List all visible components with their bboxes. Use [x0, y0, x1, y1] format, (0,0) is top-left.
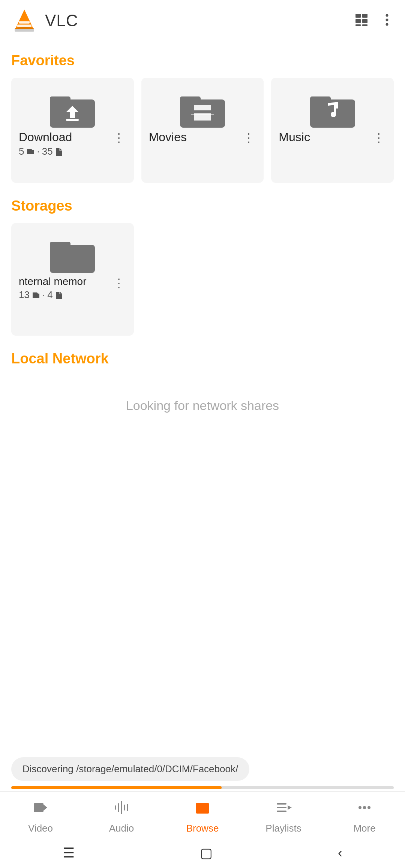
storages-section: Storages nternal memor 13 · 4: [11, 198, 394, 336]
svg-rect-5: [356, 14, 361, 18]
svg-point-37: [358, 806, 362, 809]
svg-rect-23: [191, 110, 214, 113]
download-folder-card[interactable]: Download 5 · 35 ⋮: [11, 78, 134, 183]
download-folder-meta: 5 · 35: [19, 146, 111, 157]
nav-playlists-label: Playlists: [266, 823, 301, 834]
favorites-title: Favorites: [11, 53, 394, 69]
svg-point-38: [363, 806, 366, 809]
movies-folder-card[interactable]: Movies ⋮: [141, 78, 264, 183]
nav-browse[interactable]: Browse: [162, 799, 243, 834]
svg-rect-7: [356, 19, 361, 23]
svg-rect-26: [310, 96, 331, 104]
svg-rect-17: [66, 119, 79, 121]
overflow-menu-icon[interactable]: [380, 13, 394, 28]
browse-icon: [194, 799, 211, 820]
svg-rect-15: [50, 96, 70, 104]
music-folder-card[interactable]: Music ⋮: [271, 78, 394, 183]
nav-video-label: Video: [28, 823, 53, 834]
svg-rect-33: [277, 803, 286, 805]
local-network-section: Local Network Looking for network shares: [11, 351, 394, 436]
svg-rect-8: [362, 19, 368, 23]
app-bar: VLC: [0, 0, 405, 41]
movies-folder-more-icon[interactable]: ⋮: [241, 130, 256, 145]
local-network-title: Local Network: [11, 351, 394, 367]
storage-folder-name: nternal memor: [19, 276, 111, 288]
app-title: VLC: [45, 11, 78, 30]
nav-browse-label: Browse: [186, 823, 219, 834]
progress-fill: [11, 786, 222, 789]
svg-rect-35: [277, 811, 286, 812]
music-folder-icon: [308, 89, 357, 130]
nav-video[interactable]: Video: [0, 799, 81, 834]
nav-audio[interactable]: Audio: [81, 799, 162, 834]
status-text: Discovering /storage/emulated/0/DCIM/Fac…: [11, 757, 249, 781]
favorites-grid: Download 5 · 35 ⋮: [11, 78, 394, 183]
system-nav: ☰ ▢ ‹: [0, 838, 405, 868]
vlc-logo: [11, 8, 38, 34]
download-folder-more-icon[interactable]: ⋮: [111, 130, 126, 145]
nav-more-label: More: [353, 823, 375, 834]
local-network-empty: Looking for network shares: [11, 376, 394, 436]
svg-rect-4: [15, 29, 34, 32]
svg-rect-24: [191, 114, 214, 115]
svg-rect-32: [196, 803, 202, 806]
system-home-icon[interactable]: ▢: [200, 845, 213, 861]
svg-rect-6: [362, 14, 368, 18]
storages-title: Storages: [11, 198, 394, 214]
storage-folder-meta: 13 · 4: [19, 289, 111, 301]
svg-rect-10: [362, 24, 368, 26]
storage-folder-icon: [48, 234, 97, 276]
movies-folder-icon: [178, 89, 227, 130]
svg-point-12: [386, 19, 388, 21]
music-folder-more-icon[interactable]: ⋮: [371, 130, 386, 145]
grid-view-icon[interactable]: [354, 12, 369, 29]
more-icon: [356, 799, 373, 820]
svg-marker-30: [44, 805, 47, 811]
svg-marker-36: [288, 805, 292, 810]
playlists-icon: [275, 799, 292, 820]
svg-rect-19: [180, 96, 201, 104]
audio-icon: [113, 799, 130, 820]
svg-rect-9: [356, 24, 361, 26]
svg-rect-29: [34, 803, 44, 812]
svg-point-13: [386, 23, 388, 26]
bottom-status-area: Discovering /storage/emulated/0/DCIM/Fac…: [11, 757, 394, 789]
video-icon: [32, 799, 49, 820]
nav-audio-label: Audio: [109, 823, 134, 834]
nav-playlists[interactable]: Playlists: [243, 799, 324, 834]
music-folder-name: Music: [279, 130, 371, 144]
nav-more[interactable]: More: [324, 799, 405, 834]
svg-rect-2: [17, 25, 32, 27]
favorites-section: Favorites Download 5: [11, 53, 394, 183]
movies-folder-name: Movies: [149, 130, 242, 144]
svg-point-39: [368, 806, 370, 809]
storage-more-icon[interactable]: ⋮: [111, 276, 126, 291]
svg-rect-34: [277, 807, 286, 808]
storages-grid: nternal memor 13 · 4 ⋮: [11, 223, 394, 336]
download-folder-icon: [48, 89, 97, 130]
system-back-icon[interactable]: ‹: [338, 845, 342, 861]
svg-rect-28: [50, 242, 70, 249]
progress-bar: [11, 786, 394, 789]
internal-memory-card[interactable]: nternal memor 13 · 4 ⋮: [11, 223, 134, 336]
system-menu-icon[interactable]: ☰: [63, 845, 75, 861]
bottom-nav: Video Audio Browse Playlists: [0, 791, 405, 838]
svg-rect-1: [19, 21, 30, 23]
download-folder-name: Download: [19, 130, 111, 144]
svg-point-11: [386, 14, 388, 17]
